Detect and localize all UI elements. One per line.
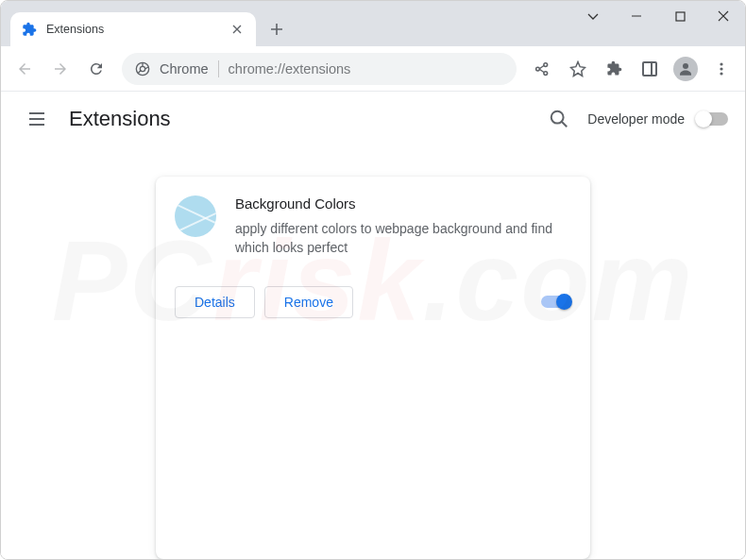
browser-toolbar: Chrome chrome://extensions xyxy=(1,46,745,92)
share-icon[interactable] xyxy=(526,53,558,85)
remove-button[interactable]: Remove xyxy=(264,286,353,318)
reload-button[interactable] xyxy=(80,53,112,85)
minimize-button[interactable] xyxy=(615,1,658,31)
extension-description: apply different colors to webpage backgr… xyxy=(235,219,571,258)
extension-name: Background Colors xyxy=(235,195,571,212)
developer-mode-toggle[interactable] xyxy=(696,112,728,126)
tab-search-icon[interactable] xyxy=(571,1,615,31)
window-titlebar: Extensions xyxy=(1,1,745,46)
address-bar[interactable]: Chrome chrome://extensions xyxy=(122,53,517,85)
browser-tab[interactable]: Extensions xyxy=(10,12,256,46)
extension-enable-toggle[interactable] xyxy=(541,296,571,308)
details-button[interactable]: Details xyxy=(175,286,255,318)
svg-line-13 xyxy=(562,122,568,127)
chrome-icon xyxy=(135,61,150,76)
svg-rect-0 xyxy=(676,12,685,21)
extension-puzzle-icon xyxy=(22,22,37,37)
page-title: Extensions xyxy=(69,107,542,131)
forward-button[interactable] xyxy=(44,53,76,85)
svg-point-9 xyxy=(720,62,722,65)
omnibox-url: chrome://extensions xyxy=(229,61,351,76)
hamburger-menu-icon[interactable] xyxy=(18,100,56,138)
svg-point-11 xyxy=(720,72,722,75)
svg-point-5 xyxy=(544,71,548,75)
search-icon[interactable] xyxy=(542,102,576,136)
developer-mode-label: Developer mode xyxy=(587,111,685,127)
kebab-menu-icon[interactable] xyxy=(705,53,738,85)
maximize-button[interactable] xyxy=(658,1,702,31)
page-header: Extensions Developer mode xyxy=(1,92,745,146)
omnibox-divider xyxy=(218,60,219,77)
svg-point-3 xyxy=(536,67,540,71)
sidepanel-icon[interactable] xyxy=(634,53,666,85)
extension-app-icon xyxy=(175,195,216,237)
svg-point-4 xyxy=(544,62,548,66)
extensions-content: Background Colors apply different colors… xyxy=(1,146,745,559)
new-tab-button[interactable] xyxy=(263,16,290,42)
extensions-puzzle-icon[interactable] xyxy=(598,53,630,85)
svg-rect-6 xyxy=(643,62,656,76)
omnibox-prefix: Chrome xyxy=(160,61,209,76)
svg-point-10 xyxy=(720,67,722,70)
bookmark-star-icon[interactable] xyxy=(562,53,594,85)
tab-title: Extensions xyxy=(46,23,220,36)
close-tab-icon[interactable] xyxy=(229,22,245,37)
profile-avatar[interactable] xyxy=(670,53,702,85)
close-window-button[interactable] xyxy=(702,1,745,31)
back-button[interactable] xyxy=(8,53,41,85)
svg-point-12 xyxy=(551,111,564,124)
extension-card: Background Colors apply different colors… xyxy=(156,177,590,559)
svg-point-8 xyxy=(683,63,688,69)
